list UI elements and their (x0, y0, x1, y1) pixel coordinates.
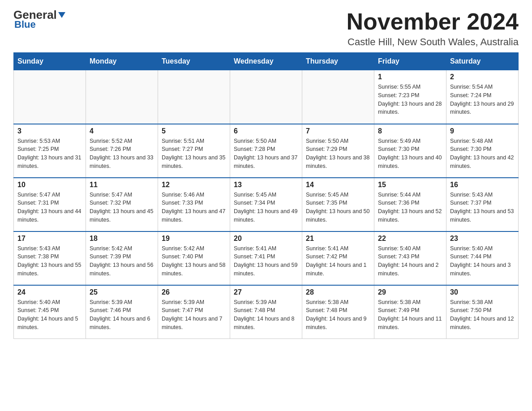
day-number: 17 (17, 235, 82, 243)
day-number: 6 (234, 127, 298, 135)
day-info: Sunrise: 5:45 AMSunset: 7:34 PMDaylight:… (234, 191, 298, 224)
day-number: 10 (17, 181, 82, 189)
day-info: Sunrise: 5:46 AMSunset: 7:33 PMDaylight:… (162, 191, 226, 224)
calendar-cell: 7Sunrise: 5:50 AMSunset: 7:29 PMDaylight… (302, 124, 374, 178)
day-info: Sunrise: 5:50 AMSunset: 7:28 PMDaylight:… (234, 137, 298, 171)
calendar-cell: 16Sunrise: 5:43 AMSunset: 7:37 PMDayligh… (446, 178, 519, 231)
calendar-cell: 9Sunrise: 5:48 AMSunset: 7:30 PMDaylight… (446, 124, 519, 178)
calendar-cell: 11Sunrise: 5:47 AMSunset: 7:32 PMDayligh… (86, 178, 158, 231)
calendar-cell: 17Sunrise: 5:43 AMSunset: 7:38 PMDayligh… (14, 231, 86, 285)
calendar-cell: 22Sunrise: 5:40 AMSunset: 7:43 PMDayligh… (374, 231, 446, 285)
day-info: Sunrise: 5:43 AMSunset: 7:38 PMDaylight:… (17, 244, 82, 278)
day-number: 12 (162, 181, 226, 189)
subtitle: Castle Hill, New South Wales, Australia (347, 36, 519, 48)
day-info: Sunrise: 5:39 AMSunset: 7:47 PMDaylight:… (162, 298, 226, 332)
day-info: Sunrise: 5:42 AMSunset: 7:39 PMDaylight:… (90, 244, 154, 278)
day-number: 25 (90, 288, 154, 296)
day-info: Sunrise: 5:49 AMSunset: 7:30 PMDaylight:… (378, 137, 442, 171)
calendar-cell: 19Sunrise: 5:42 AMSunset: 7:40 PMDayligh… (158, 231, 230, 285)
day-info: Sunrise: 5:45 AMSunset: 7:35 PMDaylight:… (306, 191, 370, 224)
calendar-cell (230, 70, 302, 124)
day-info: Sunrise: 5:39 AMSunset: 7:48 PMDaylight:… (234, 298, 298, 332)
day-number: 14 (306, 181, 370, 189)
calendar-cell: 27Sunrise: 5:39 AMSunset: 7:48 PMDayligh… (230, 285, 302, 339)
calendar-week-row: 17Sunrise: 5:43 AMSunset: 7:38 PMDayligh… (14, 231, 519, 285)
calendar-cell: 2Sunrise: 5:54 AMSunset: 7:24 PMDaylight… (446, 70, 519, 124)
calendar-cell (86, 70, 158, 124)
calendar-cell: 29Sunrise: 5:38 AMSunset: 7:49 PMDayligh… (374, 285, 446, 339)
page-header: General Blue November 2024 Castle Hill, … (13, 9, 519, 48)
day-info: Sunrise: 5:41 AMSunset: 7:42 PMDaylight:… (306, 244, 370, 278)
calendar-week-row: 10Sunrise: 5:47 AMSunset: 7:31 PMDayligh… (14, 178, 519, 231)
calendar-header-friday: Friday (374, 53, 446, 70)
calendar-table: SundayMondayTuesdayWednesdayThursdayFrid… (13, 52, 519, 339)
calendar-cell (302, 70, 374, 124)
day-number: 4 (90, 127, 154, 135)
calendar-cell: 1Sunrise: 5:55 AMSunset: 7:23 PMDaylight… (374, 70, 446, 124)
calendar-header-monday: Monday (86, 53, 158, 70)
day-info: Sunrise: 5:54 AMSunset: 7:24 PMDaylight:… (450, 83, 515, 116)
calendar-week-row: 1Sunrise: 5:55 AMSunset: 7:23 PMDaylight… (14, 70, 519, 124)
day-number: 9 (450, 127, 515, 135)
day-info: Sunrise: 5:53 AMSunset: 7:25 PMDaylight:… (17, 137, 82, 171)
calendar-cell: 20Sunrise: 5:41 AMSunset: 7:41 PMDayligh… (230, 231, 302, 285)
calendar-cell: 13Sunrise: 5:45 AMSunset: 7:34 PMDayligh… (230, 178, 302, 231)
calendar-header-thursday: Thursday (302, 53, 374, 70)
day-info: Sunrise: 5:40 AMSunset: 7:45 PMDaylight:… (17, 298, 82, 332)
day-info: Sunrise: 5:51 AMSunset: 7:27 PMDaylight:… (162, 137, 226, 171)
calendar-cell: 23Sunrise: 5:40 AMSunset: 7:44 PMDayligh… (446, 231, 519, 285)
calendar-header-saturday: Saturday (446, 53, 519, 70)
calendar-cell: 8Sunrise: 5:49 AMSunset: 7:30 PMDaylight… (374, 124, 446, 178)
day-number: 24 (17, 288, 82, 296)
day-number: 5 (162, 127, 226, 135)
calendar-header-sunday: Sunday (14, 53, 86, 70)
calendar-cell: 30Sunrise: 5:38 AMSunset: 7:50 PMDayligh… (446, 285, 519, 339)
day-number: 28 (306, 288, 370, 296)
day-number: 20 (234, 235, 298, 243)
calendar-cell: 15Sunrise: 5:44 AMSunset: 7:36 PMDayligh… (374, 178, 446, 231)
day-info: Sunrise: 5:40 AMSunset: 7:43 PMDaylight:… (378, 244, 442, 278)
day-number: 2 (450, 73, 515, 81)
day-number: 15 (378, 181, 442, 189)
day-number: 3 (17, 127, 82, 135)
day-info: Sunrise: 5:50 AMSunset: 7:29 PMDaylight:… (306, 137, 370, 171)
day-info: Sunrise: 5:40 AMSunset: 7:44 PMDaylight:… (450, 244, 515, 278)
day-info: Sunrise: 5:44 AMSunset: 7:36 PMDaylight:… (378, 191, 442, 224)
calendar-header-tuesday: Tuesday (158, 53, 230, 70)
day-info: Sunrise: 5:38 AMSunset: 7:50 PMDaylight:… (450, 298, 515, 332)
day-number: 27 (234, 288, 298, 296)
calendar-cell: 14Sunrise: 5:45 AMSunset: 7:35 PMDayligh… (302, 178, 374, 231)
calendar-cell: 12Sunrise: 5:46 AMSunset: 7:33 PMDayligh… (158, 178, 230, 231)
calendar-cell: 18Sunrise: 5:42 AMSunset: 7:39 PMDayligh… (86, 231, 158, 285)
day-number: 8 (378, 127, 442, 135)
day-number: 19 (162, 235, 226, 243)
day-number: 16 (450, 181, 515, 189)
calendar-cell (158, 70, 230, 124)
day-number: 1 (378, 73, 442, 81)
day-number: 22 (378, 235, 442, 243)
day-number: 30 (450, 288, 515, 296)
day-info: Sunrise: 5:47 AMSunset: 7:31 PMDaylight:… (17, 191, 82, 224)
calendar-cell: 25Sunrise: 5:39 AMSunset: 7:46 PMDayligh… (86, 285, 158, 339)
day-number: 29 (378, 288, 442, 296)
day-info: Sunrise: 5:55 AMSunset: 7:23 PMDaylight:… (378, 83, 442, 116)
title-section: November 2024 Castle Hill, New South Wal… (347, 9, 519, 48)
calendar-week-row: 24Sunrise: 5:40 AMSunset: 7:45 PMDayligh… (14, 285, 519, 339)
day-number: 26 (162, 288, 226, 296)
day-info: Sunrise: 5:38 AMSunset: 7:48 PMDaylight:… (306, 298, 370, 332)
logo-blue: Blue (13, 19, 36, 30)
calendar-cell: 10Sunrise: 5:47 AMSunset: 7:31 PMDayligh… (14, 178, 86, 231)
day-number: 11 (90, 181, 154, 189)
day-number: 7 (306, 127, 370, 135)
calendar-header-wednesday: Wednesday (230, 53, 302, 70)
day-info: Sunrise: 5:52 AMSunset: 7:26 PMDaylight:… (90, 137, 154, 171)
calendar-cell: 5Sunrise: 5:51 AMSunset: 7:27 PMDaylight… (158, 124, 230, 178)
day-info: Sunrise: 5:41 AMSunset: 7:41 PMDaylight:… (234, 244, 298, 278)
calendar-header-row: SundayMondayTuesdayWednesdayThursdayFrid… (14, 53, 519, 70)
calendar-cell: 21Sunrise: 5:41 AMSunset: 7:42 PMDayligh… (302, 231, 374, 285)
calendar-cell: 6Sunrise: 5:50 AMSunset: 7:28 PMDaylight… (230, 124, 302, 178)
day-info: Sunrise: 5:39 AMSunset: 7:46 PMDaylight:… (90, 298, 154, 332)
calendar-cell: 26Sunrise: 5:39 AMSunset: 7:47 PMDayligh… (158, 285, 230, 339)
day-number: 23 (450, 235, 515, 243)
day-info: Sunrise: 5:47 AMSunset: 7:32 PMDaylight:… (90, 191, 154, 224)
